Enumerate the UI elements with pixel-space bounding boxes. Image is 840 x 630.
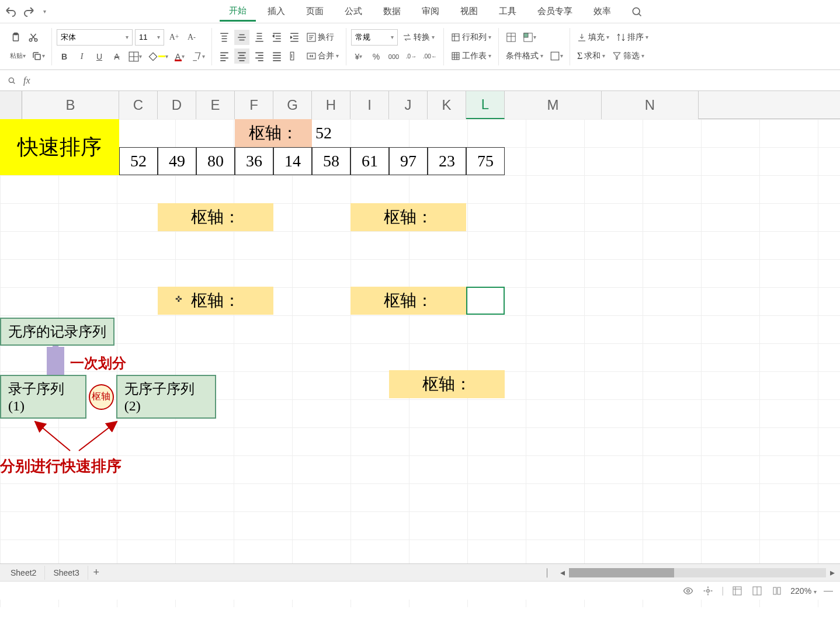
font-decrease-button[interactable]: A-	[184, 30, 199, 45]
tab-efficiency[interactable]: 效率	[584, 2, 620, 20]
col-header-C[interactable]: C	[119, 91, 158, 119]
border-button[interactable]: ▾	[127, 49, 144, 64]
tab-data[interactable]: 数据	[374, 2, 410, 20]
font-color-button[interactable]: A▾	[172, 49, 188, 64]
clear-format-button[interactable]: ▾	[190, 49, 207, 64]
decimal-increase-button[interactable]: .0→	[404, 49, 419, 64]
redo-button[interactable]	[21, 5, 35, 19]
fill-button[interactable]: 填充▾	[575, 30, 612, 45]
col-header-E[interactable]: E	[196, 91, 235, 119]
navigate-icon[interactable]	[702, 584, 714, 597]
rowcol-button[interactable]: 行和列▾	[449, 30, 494, 45]
horizontal-scrollbar[interactable]	[569, 568, 826, 577]
align-top-button[interactable]	[217, 30, 232, 45]
cell-pivot-d[interactable]: 枢轴：	[158, 203, 273, 231]
formula-input[interactable]	[34, 72, 836, 89]
view-normal-button[interactable]	[731, 584, 744, 597]
tab-formula[interactable]: 公式	[335, 2, 372, 20]
align-left-button[interactable]	[217, 48, 232, 64]
strikethrough-button[interactable]: A	[109, 49, 124, 64]
grid-body[interactable]: 快速排序 枢轴： 52 52 49 80 36 14 58 61 97 23 7…	[0, 119, 840, 607]
cell-data-6[interactable]: 61	[350, 147, 389, 175]
worksheet-button[interactable]: 工作表▾	[449, 48, 494, 64]
scroll-first-button[interactable]: ⎸	[546, 568, 556, 578]
paste-dropdown[interactable]: 粘贴▾	[8, 48, 27, 64]
col-header-L[interactable]: L	[466, 91, 505, 119]
col-header-B[interactable]: B	[22, 91, 119, 119]
cell-pivot-label[interactable]: 枢轴：	[235, 119, 312, 147]
bold-button[interactable]: B	[57, 49, 72, 64]
col-header-M[interactable]: M	[505, 91, 602, 119]
sum-button[interactable]: Σ求和▾	[575, 48, 608, 64]
select-all-corner[interactable]	[0, 91, 22, 119]
currency-button[interactable]: ¥▾	[351, 49, 366, 64]
tab-home[interactable]: 开始	[220, 2, 256, 22]
tab-insert[interactable]: 插入	[258, 2, 294, 20]
cell-style-button[interactable]: ▾	[521, 30, 538, 45]
cell-data-2[interactable]: 80	[196, 147, 235, 175]
table-style-button[interactable]	[504, 30, 519, 45]
fill-color-button[interactable]: ▾	[146, 49, 170, 64]
filter-button[interactable]: 筛选▾	[610, 48, 647, 64]
indent-decrease-button[interactable]	[269, 30, 284, 45]
indent-increase-button[interactable]	[287, 30, 302, 45]
comma-button[interactable]: 000	[386, 49, 401, 64]
cell-data-7[interactable]: 97	[389, 147, 428, 175]
scroll-left-button[interactable]: ◂	[557, 568, 568, 578]
align-right-button[interactable]	[252, 48, 267, 64]
cond-format-button[interactable]: 条件格式▾	[504, 48, 546, 64]
cell-data-5[interactable]: 58	[312, 147, 350, 175]
font-name-select[interactable]: 宋体▾	[57, 29, 133, 46]
tab-review[interactable]: 审阅	[412, 2, 449, 20]
col-header-N[interactable]: N	[602, 91, 699, 119]
view-layout-button[interactable]	[770, 584, 783, 597]
number-format-select[interactable]: 常规▾	[351, 29, 398, 46]
sheet-tab-3[interactable]: Sheet3	[45, 566, 88, 580]
wrap-text-button[interactable]: 换行	[304, 30, 336, 45]
border-style-button[interactable]: ▾	[548, 48, 565, 64]
cell-title[interactable]: 快速排序	[0, 119, 119, 175]
cell-data-4[interactable]: 14	[273, 147, 312, 175]
undo-button[interactable]	[5, 5, 19, 19]
tab-member[interactable]: 会员专享	[528, 2, 582, 20]
align-center-button[interactable]	[234, 48, 249, 64]
cell-pivot-value[interactable]: 52	[312, 119, 350, 147]
view-page-button[interactable]	[751, 584, 763, 597]
add-sheet-button[interactable]: +	[88, 566, 105, 579]
visibility-icon[interactable]	[682, 584, 695, 597]
merge-button[interactable]: 合并▾	[304, 48, 341, 64]
col-header-K[interactable]: K	[428, 91, 466, 119]
col-header-F[interactable]: F	[235, 91, 273, 119]
search-button[interactable]	[627, 2, 646, 21]
orientation-button[interactable]	[287, 48, 302, 64]
col-header-D[interactable]: D	[158, 91, 196, 119]
underline-button[interactable]: U	[92, 49, 107, 64]
align-middle-button[interactable]	[234, 30, 249, 45]
cell-data-8[interactable]: 23	[428, 147, 466, 175]
cell-pivot-j[interactable]: 枢轴：	[389, 370, 505, 398]
fx-label[interactable]: fx	[23, 75, 30, 86]
tab-tools[interactable]: 工具	[490, 2, 526, 20]
col-header-G[interactable]: G	[273, 91, 312, 119]
cell-pivot-i2[interactable]: 枢轴：	[350, 287, 466, 315]
cell-data-3[interactable]: 36	[235, 147, 273, 175]
cell-data-9[interactable]: 75	[466, 147, 505, 175]
copy-button[interactable]: ▾	[30, 48, 47, 64]
name-box-expand[interactable]	[4, 72, 20, 89]
cell-data-1[interactable]: 49	[158, 147, 196, 175]
tab-page[interactable]: 页面	[297, 2, 333, 20]
decimal-decrease-button[interactable]: .00←	[421, 49, 439, 64]
sort-button[interactable]: 排序▾	[614, 30, 651, 45]
tab-view[interactable]: 视图	[451, 2, 487, 20]
font-size-select[interactable]: 11▾	[135, 29, 164, 46]
col-header-H[interactable]: H	[312, 91, 350, 119]
percent-button[interactable]: %	[369, 49, 384, 64]
cell-pivot-i[interactable]: 枢轴：	[350, 203, 466, 231]
cell-data-0[interactable]: 52	[119, 147, 158, 175]
align-justify-button[interactable]	[269, 48, 284, 64]
convert-button[interactable]: 转换▾	[400, 30, 437, 45]
zoom-level[interactable]: 220% ▾	[790, 586, 817, 596]
col-header-I[interactable]: I	[350, 91, 389, 119]
scroll-right-button[interactable]: ▸	[827, 568, 838, 578]
col-header-J[interactable]: J	[389, 91, 428, 119]
